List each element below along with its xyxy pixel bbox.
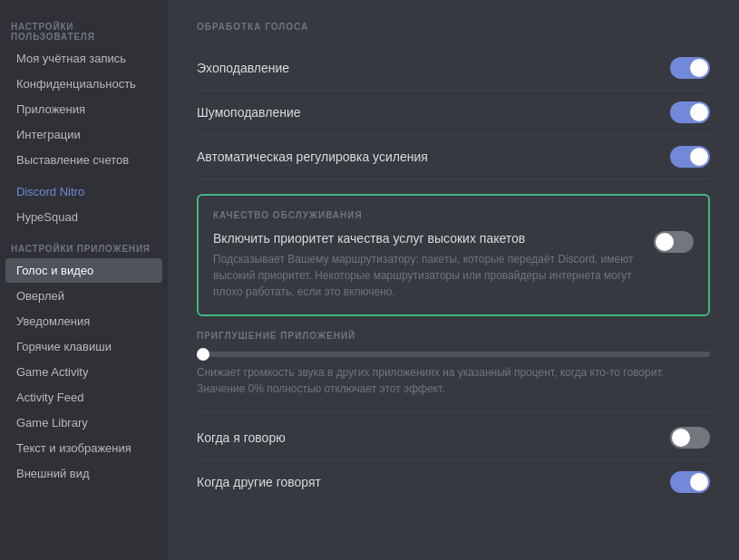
- attenuation-slider-container: [197, 352, 710, 357]
- attenuation-section: ПРИГЛУШЕНИЕ ПРИЛОЖЕНИЙ Снижает громкость…: [197, 331, 710, 397]
- qos-label: Включить приоритет качества услуг высоки…: [213, 231, 639, 246]
- when-others-speak-label: Когда другие говорят: [197, 475, 321, 489]
- noise-suppress-knob: [690, 103, 708, 121]
- sidebar-item-nitro[interactable]: Discord Nitro: [5, 179, 162, 204]
- main-content: ОБРАБОТКА ГОЛОСА Эхоподавление Шумоподав…: [168, 0, 739, 560]
- noise-suppress-toggle[interactable]: [670, 101, 710, 123]
- echo-cancel-row: Эхоподавление: [197, 46, 710, 91]
- when-i-speak-label: Когда я говорю: [197, 430, 286, 445]
- attenuation-slider[interactable]: [197, 352, 710, 357]
- noise-suppress-row: Шумоподавление: [197, 91, 710, 135]
- when-others-speak-row: Когда другие говорят: [197, 460, 710, 504]
- echo-cancel-label: Эхоподавление: [197, 61, 289, 75]
- auto-gain-knob: [690, 148, 708, 166]
- sidebar-item-activity-feed[interactable]: Activity Feed: [5, 385, 162, 410]
- attenuation-thumb[interactable]: [197, 348, 209, 361]
- qos-section: КАЧЕСТВО ОБСЛУЖИВАНИЯ Включить приоритет…: [197, 194, 710, 316]
- sidebar-item-hotkeys[interactable]: Горячие клавиши: [5, 334, 162, 359]
- qos-toggle[interactable]: [654, 231, 694, 253]
- auto-gain-label: Автоматическая регулировка усиления: [197, 150, 428, 164]
- user-settings-header: НАСТРОЙКИ ПОЛЬЗОВАТЕЛЯ: [0, 14, 168, 45]
- sidebar-item-text-images[interactable]: Текст и изображения: [5, 436, 162, 460]
- sidebar-item-integrations[interactable]: Интеграции: [5, 122, 162, 147]
- sidebar-item-notifications[interactable]: Уведомления: [5, 309, 162, 333]
- sidebar-item-overlay[interactable]: Оверлей: [5, 284, 162, 308]
- sidebar-item-privacy[interactable]: Конфиденциальность: [5, 72, 162, 96]
- echo-cancel-toggle[interactable]: [670, 57, 710, 79]
- auto-gain-toggle[interactable]: [670, 146, 710, 168]
- sidebar-item-account[interactable]: Моя учётная запись: [5, 46, 162, 71]
- qos-text: Включить приоритет качества услуг высоки…: [213, 231, 639, 300]
- qos-header: КАЧЕСТВО ОБСЛУЖИВАНИЯ: [213, 210, 694, 220]
- when-i-speak-row: Когда я говорю: [197, 416, 710, 460]
- sidebar-item-game-library[interactable]: Game Library: [5, 410, 162, 435]
- sidebar-item-hypesquad[interactable]: HypeSquad: [5, 205, 162, 229]
- sidebar-item-game-activity[interactable]: Game Activity: [5, 360, 162, 384]
- when-others-speak-knob: [690, 473, 708, 491]
- sidebar-item-apps[interactable]: Приложения: [5, 97, 162, 121]
- app-settings-header: НАСТРОЙКИ ПРИЛОЖЕНИЯ: [0, 237, 168, 257]
- when-i-speak-knob: [672, 429, 690, 447]
- sidebar-item-voice-video[interactable]: Голос и видео: [5, 258, 162, 283]
- sidebar: НАСТРОЙКИ ПОЛЬЗОВАТЕЛЯ Моя учётная запис…: [0, 0, 168, 560]
- echo-cancel-knob: [690, 59, 708, 77]
- sidebar-item-billing[interactable]: Выставление счетов: [5, 148, 162, 172]
- noise-suppress-label: Шумоподавление: [197, 105, 301, 120]
- auto-gain-row: Автоматическая регулировка усиления: [197, 135, 710, 179]
- qos-description: Подсказывает Вашему маршрутизатору: паке…: [213, 251, 639, 300]
- attenuation-description: Снижает громкость звука в других приложе…: [197, 364, 710, 397]
- when-i-speak-toggle[interactable]: [670, 427, 710, 449]
- voice-processing-header: ОБРАБОТКА ГОЛОСА: [197, 22, 710, 32]
- divider-1: [197, 411, 710, 412]
- sidebar-item-appearance[interactable]: Внешний вид: [5, 461, 162, 486]
- when-others-speak-toggle[interactable]: [670, 471, 710, 493]
- qos-knob: [656, 233, 674, 251]
- qos-row: Включить приоритет качества услуг высоки…: [213, 231, 694, 300]
- attenuation-header: ПРИГЛУШЕНИЕ ПРИЛОЖЕНИЙ: [197, 331, 710, 341]
